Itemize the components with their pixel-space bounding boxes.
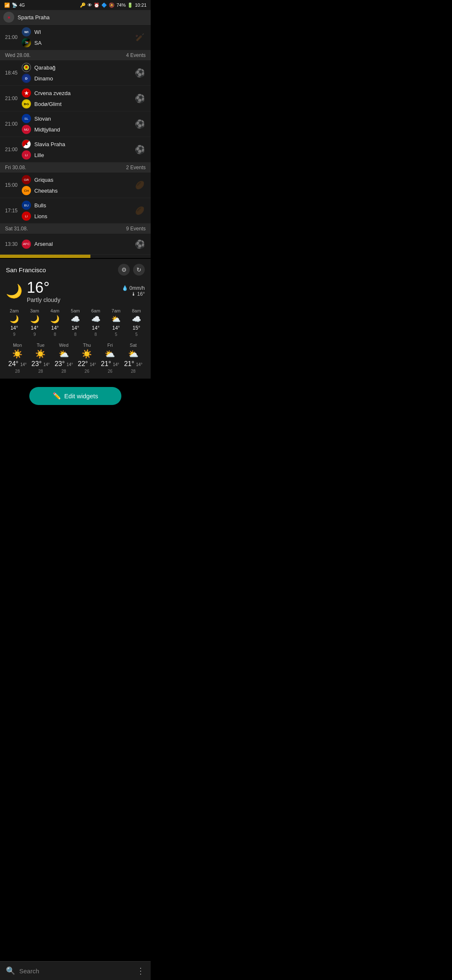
day-temps: 23° 14° xyxy=(54,360,73,368)
hour-temp: 14° xyxy=(31,325,39,331)
team-row: ★ Crvena zvezda xyxy=(22,88,134,98)
team-name: Slavia Praha xyxy=(34,141,65,147)
match-item[interactable]: 21:00 ★ Crvena zvezda BG Bodø/Glimt ⚽ xyxy=(0,86,151,111)
daily-forecast: Mon ☀️ 24° 14° 28 Tue ☀️ 23° 14° 28 Wed … xyxy=(6,343,145,374)
eye-icon: 👁 xyxy=(87,3,92,8)
hour-wind: 9 xyxy=(13,332,15,337)
day-high: 21° xyxy=(124,360,134,367)
match-item[interactable]: 13:30 AFC Arsenal ⚽ xyxy=(0,234,151,255)
match-teams: ★ Slavia Praha LI Lille xyxy=(22,139,134,160)
weather-controls[interactable]: ⚙ ↻ xyxy=(118,264,145,276)
hour-wind: 8 xyxy=(95,332,97,337)
day-label: Sat xyxy=(130,343,137,348)
match-item[interactable]: 21:00 WI WI 🇿🇦 SA 🏏 xyxy=(0,25,151,50)
team-name: Arsenal xyxy=(34,241,53,247)
soccer-icon: ⚽ xyxy=(135,119,145,129)
sport-icon: ⚽ xyxy=(134,118,146,130)
hour-wind: 8 xyxy=(74,332,77,337)
battery-text: 74% xyxy=(116,3,126,8)
team-row: GR Griquas xyxy=(22,175,134,184)
hour-item: 7am ⛅ 14° 5 xyxy=(108,308,124,337)
match-item[interactable]: 17:15 BU Bulls LI Lions 🏉 xyxy=(0,198,151,224)
team-logo: SL xyxy=(22,114,31,123)
day-uv: 26 xyxy=(85,369,89,374)
day-item: Wed ⛅ 23° 14° 28 xyxy=(52,343,75,374)
weather-main: 🌙 16° Partly cloudy 💧 0mm/h 🌡 16° xyxy=(6,279,145,303)
hour-item: 2am 🌙 14° 9 xyxy=(6,308,23,337)
team-name: Dinamo xyxy=(34,75,53,82)
day-label: Wed 28.08. xyxy=(5,52,31,58)
sport-icon: 🏏 xyxy=(134,31,146,43)
day-uv: 26 xyxy=(108,369,112,374)
hour-wind: 9 xyxy=(33,332,36,337)
day-high: 23° xyxy=(31,360,41,367)
match-item[interactable]: 18:45 Qarabağ D Dinamo ⚽ xyxy=(0,60,151,86)
key-icon: 🔑 xyxy=(80,3,86,8)
soccer-icon: ⚽ xyxy=(135,93,145,103)
settings-button[interactable]: ⚙ xyxy=(118,264,130,276)
weather-description: Partly cloudy xyxy=(27,297,60,303)
day-label: Mon xyxy=(13,343,22,348)
hour-icon: ☁️ xyxy=(132,315,141,324)
day-header-wed: Wed 28.08. 4 Events xyxy=(0,50,151,60)
hour-icon: 🌙 xyxy=(30,315,39,324)
team-row: LI Lille xyxy=(22,150,134,160)
rugby-icon: 🏉 xyxy=(135,181,144,190)
match-item[interactable]: 21:00 ★ Slavia Praha LI Lille ⚽ xyxy=(0,137,151,162)
day-item: Tue ☀️ 23° 14° 28 xyxy=(29,343,52,374)
match-teams: Qarabağ D Dinamo xyxy=(22,63,134,83)
team-logo: MJ xyxy=(22,125,31,134)
competition-name: Sparta Praha xyxy=(18,14,50,21)
weather-widget: San Francisco ⚙ ↻ 🌙 16° Partly cloudy 💧 … xyxy=(0,259,151,379)
refresh-button[interactable]: ↻ xyxy=(133,264,145,276)
team-name: Crvena zvezda xyxy=(34,90,71,96)
match-item[interactable]: 21:00 SL Slovan MJ Midtjylland ⚽ xyxy=(0,111,151,137)
edit-widgets-button[interactable]: ✏️ Edit widgets xyxy=(29,387,121,405)
day-low: 14° xyxy=(90,362,96,367)
alarm-icon: ⏰ xyxy=(94,3,100,8)
top-match-header[interactable]: ★ Sparta Praha xyxy=(0,10,151,25)
day-uv: 28 xyxy=(15,369,20,374)
day-label: Fri 30.08. xyxy=(5,165,26,170)
competition-info: ★ Sparta Praha xyxy=(3,12,50,23)
bluetooth-icon: 🔷 xyxy=(101,3,107,8)
hour-icon: 🌙 xyxy=(10,315,19,324)
soccer-icon: ⚽ xyxy=(135,68,145,78)
team-logo: LI xyxy=(22,150,31,160)
hour-wind: 5 xyxy=(135,332,138,337)
day-item: Sat ⛅ 21° 14° 28 xyxy=(122,343,145,374)
team-row: D Dinamo xyxy=(22,74,134,83)
day-label: Fri xyxy=(108,343,113,348)
match-time: 18:45 xyxy=(3,70,19,76)
match-item[interactable]: 15:00 GR Griquas CH Cheetahs 🏉 xyxy=(0,173,151,198)
events-count: 2 Events xyxy=(126,165,146,170)
team-row: AFC Arsenal xyxy=(22,240,134,249)
sport-icon: ⚽ xyxy=(134,144,146,155)
sport-icon: 🏉 xyxy=(134,179,146,191)
hour-temp: 15° xyxy=(133,325,140,331)
hour-item: 4am 🌙 14° 8 xyxy=(46,308,63,337)
soccer-icon: ⚽ xyxy=(135,144,145,155)
match-teams: BU Bulls LI Lions xyxy=(22,201,134,221)
hour-icon: 🌙 xyxy=(50,315,59,324)
feels-like: 🌡 16° xyxy=(122,291,145,297)
hour-temp: 14° xyxy=(10,325,18,331)
hour-item: 8am ☁️ 15° 5 xyxy=(128,308,145,337)
sport-icon: ⚽ xyxy=(134,67,146,79)
hour-icon: ⛅ xyxy=(111,315,121,324)
team-name: Bulls xyxy=(34,202,46,209)
team-name: Lille xyxy=(34,152,44,158)
team-row: CH Cheetahs xyxy=(22,186,134,195)
team-row: ★ Slavia Praha xyxy=(22,139,134,149)
hour-item: 6am ☁️ 14° 8 xyxy=(87,308,104,337)
day-low: 14° xyxy=(67,362,73,367)
match-teams: AFC Arsenal xyxy=(22,240,134,249)
team-logo: GR xyxy=(22,175,31,184)
match-time: 21:00 xyxy=(3,121,19,127)
team-row: LI Lions xyxy=(22,211,134,221)
hour-temp: 14° xyxy=(92,325,100,331)
team-name: Lions xyxy=(34,213,47,219)
hour-label: 8am xyxy=(132,308,141,313)
weather-main-left: 🌙 16° Partly cloudy xyxy=(6,279,60,303)
day-icon: ⛅ xyxy=(59,349,69,359)
